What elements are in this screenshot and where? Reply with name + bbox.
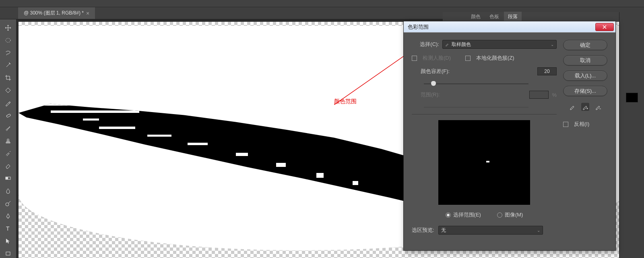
radio-off-icon bbox=[497, 212, 502, 218]
pen-tool-icon[interactable] bbox=[4, 212, 12, 220]
lasso-tool-icon[interactable] bbox=[4, 48, 12, 57]
collapsed-panel-dock bbox=[619, 12, 644, 258]
eyedropper-add-icon[interactable] bbox=[581, 103, 589, 111]
range-slider bbox=[424, 104, 528, 110]
svg-rect-1 bbox=[6, 114, 11, 117]
select-label: 选择(C): bbox=[412, 41, 439, 48]
color-range-dialog: 色彩范围 选择(C): 取样颜色 ⌄ 检测人脸(D) bbox=[403, 21, 616, 251]
gradient-tool-icon[interactable] bbox=[4, 174, 12, 183]
svg-rect-3 bbox=[6, 177, 8, 179]
eyedropper-subtract-icon[interactable] bbox=[594, 103, 602, 111]
healing-tool-icon[interactable] bbox=[4, 111, 12, 120]
fuzziness-label: 颜色容差(F): bbox=[412, 68, 452, 75]
select-value: 取样颜色 bbox=[452, 41, 471, 48]
svg-point-4 bbox=[6, 203, 9, 206]
dodge-tool-icon[interactable] bbox=[4, 199, 12, 208]
history-brush-tool-icon[interactable] bbox=[4, 149, 12, 158]
localized-checkbox[interactable] bbox=[465, 56, 471, 61]
radio-on-icon bbox=[446, 212, 451, 218]
cancel-button[interactable]: 取消 bbox=[563, 55, 607, 66]
fuzziness-input[interactable]: 20 bbox=[537, 67, 557, 75]
range-input bbox=[529, 91, 549, 99]
blur-tool-icon[interactable] bbox=[4, 187, 12, 195]
marquee-tool-icon[interactable] bbox=[4, 36, 12, 44]
right-panel-group: 颜色 色板 段落 « ≡ bbox=[443, 12, 644, 22]
range-label: 范围(R): bbox=[412, 91, 452, 98]
svg-text:T: T bbox=[6, 225, 10, 232]
path-select-tool-icon[interactable] bbox=[4, 237, 12, 246]
radio-image[interactable]: 图像(M) bbox=[497, 211, 523, 218]
invert-label: 反相(I) bbox=[574, 121, 589, 128]
panel-tab-swatches[interactable]: 色板 bbox=[485, 12, 503, 22]
fuzziness-slider[interactable] bbox=[424, 81, 528, 87]
close-tab-icon[interactable]: × bbox=[86, 10, 89, 17]
slice-tool-icon[interactable] bbox=[4, 86, 12, 95]
radio-selection[interactable]: 选择范围(E) bbox=[446, 211, 481, 218]
eyedropper-sample-icon[interactable] bbox=[568, 103, 576, 111]
document-tab[interactable]: @ 300% (图层 1, RGB/8#) * × bbox=[18, 7, 95, 19]
ok-button[interactable]: 确定 bbox=[563, 40, 607, 50]
eyedropper-icon bbox=[445, 42, 449, 46]
eraser-tool-icon[interactable] bbox=[4, 162, 12, 170]
select-dropdown[interactable]: 取样颜色 ⌄ bbox=[442, 40, 557, 49]
load-button[interactable]: 载入(L)... bbox=[563, 71, 607, 81]
selection-preview[interactable] bbox=[438, 120, 530, 205]
preview-mode-value: 无 bbox=[441, 227, 446, 234]
localized-label: 本地化颜色簇(Z) bbox=[476, 54, 514, 62]
eyedropper-tool-icon[interactable] bbox=[4, 99, 12, 107]
shape-tool-icon[interactable] bbox=[4, 250, 12, 258]
chevron-down-icon: ⌄ bbox=[551, 42, 554, 47]
type-tool-icon[interactable]: T bbox=[4, 225, 12, 233]
preview-mode-label: 选区预览: bbox=[412, 227, 434, 234]
dialog-title: 色彩范围 bbox=[408, 23, 429, 31]
svg-point-0 bbox=[6, 38, 10, 42]
document-tab-title: @ 300% (图层 1, RGB/8#) * bbox=[24, 10, 84, 17]
dialog-titlebar[interactable]: 色彩范围 bbox=[404, 21, 615, 33]
tools-panel: T bbox=[0, 19, 16, 258]
app-menubar bbox=[0, 0, 644, 7]
annotation-label: 颜色范围 bbox=[334, 98, 357, 105]
move-tool-icon[interactable] bbox=[4, 23, 12, 32]
invert-checkbox[interactable] bbox=[563, 122, 568, 127]
panel-tab-paragraph[interactable]: 段落 bbox=[504, 12, 522, 22]
chevron-down-icon: ⌄ bbox=[537, 228, 540, 233]
stamp-tool-icon[interactable] bbox=[4, 136, 12, 145]
panel-tab-color[interactable]: 颜色 bbox=[467, 12, 485, 22]
detect-faces-label: 检测人脸(D) bbox=[423, 54, 451, 62]
range-unit: % bbox=[552, 92, 557, 98]
color-swatch[interactable] bbox=[626, 93, 638, 102]
svg-rect-6 bbox=[6, 252, 10, 255]
brush-tool-icon[interactable] bbox=[4, 124, 12, 132]
crop-tool-icon[interactable] bbox=[4, 74, 12, 82]
preview-mode-dropdown[interactable]: 无 ⌄ bbox=[438, 226, 543, 235]
detect-faces-checkbox bbox=[412, 56, 417, 61]
wand-tool-icon[interactable] bbox=[4, 61, 12, 69]
save-button[interactable]: 存储(S)... bbox=[563, 86, 607, 96]
dialog-close-button[interactable] bbox=[595, 23, 614, 31]
